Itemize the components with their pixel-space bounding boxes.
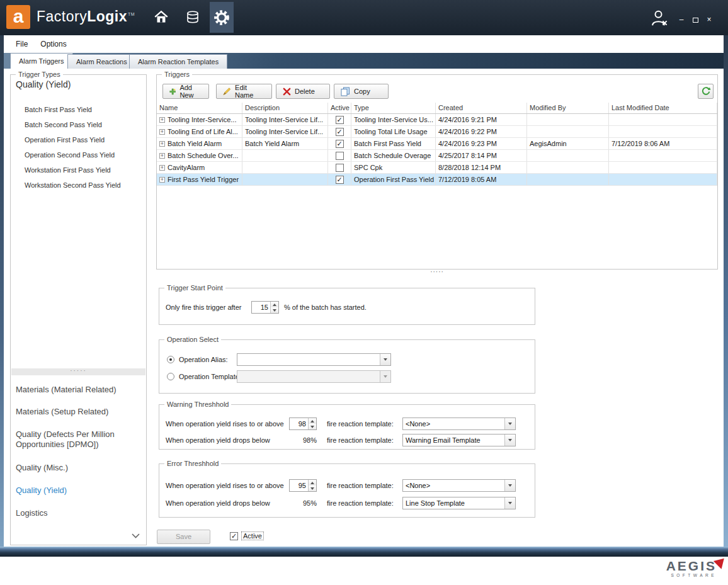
category-quality-dpmo[interactable]: Quality (Defects Per Million Opportuniti… [16,429,142,450]
error-rises-template-combo[interactable]: <None> [402,479,516,492]
row-expander-icon[interactable]: + [159,117,165,123]
settings-button[interactable] [210,2,234,33]
spin-down-button[interactable] [271,307,278,313]
trigger-type-item[interactable]: Operation Second Pass Yield [25,151,115,159]
combo-dropdown-button[interactable] [504,480,515,491]
copy-button[interactable]: Copy [334,84,389,99]
active-checkbox[interactable] [336,152,344,160]
active-checkbox-field[interactable]: ✓ Active [230,531,264,540]
column-header-name[interactable]: Name [157,103,242,113]
active-checkbox[interactable]: ✓ [336,140,344,148]
cell-modified-by [527,114,609,125]
spin-up-button[interactable] [271,302,278,307]
combo-dropdown-button[interactable] [504,418,515,429]
cell-modified-by [527,150,609,161]
table-row[interactable]: +CavityAlarm SPC Cpk 8/28/2018 12:14 PM [157,162,717,174]
refresh-button[interactable] [698,84,714,99]
warning-drops-template-combo[interactable]: Warning Email Template [402,434,516,446]
vertical-splitter[interactable]: ······ [146,297,154,324]
database-button[interactable] [184,9,202,26]
operation-template-combo [237,370,391,383]
active-checkbox[interactable] [336,164,344,172]
column-header-active[interactable]: Active [328,103,351,113]
cell-type: Tooling Inter-Service Us... [351,114,436,125]
operation-alias-combo[interactable] [237,353,391,366]
tab-alarm-triggers[interactable]: Alarm Triggers [10,53,73,69]
trigger-type-item[interactable]: Workstation Second Pass Yield [25,181,121,189]
sidebar-scroll-down-button[interactable] [132,530,140,541]
spin-down-button[interactable] [309,486,316,491]
edit-name-button[interactable]: Edit Name [216,84,272,99]
up-arrow-icon [310,420,314,423]
menu-options[interactable]: Options [35,38,72,50]
cell-name: +Tooling Inter-Service... [157,114,242,125]
column-header-created[interactable]: Created [436,103,527,113]
row-expander-icon[interactable]: + [159,129,165,135]
column-header-modified-by[interactable]: Modified By [527,103,609,113]
active-checkbox[interactable]: ✓ [336,116,344,124]
cell-text: Batch Yield Alarm [168,138,222,149]
cell-created: 4/24/2016 9:22 PM [436,126,527,137]
trigger-type-item[interactable]: Batch First Pass Yield [25,106,92,113]
warning-rises-template-combo[interactable]: <None> [402,417,516,430]
category-logistics[interactable]: Logistics [16,508,142,518]
down-arrow-icon [384,358,387,361]
cell-description: Tooling Inter-Service Lif... [242,126,328,137]
warning-fire-label: fire reaction template: [327,434,394,446]
operation-template-radio[interactable] [167,373,174,380]
title-bar: a FactoryLogixTM [0,0,728,35]
operation-select-label: Operation Select [164,336,221,343]
delete-button[interactable]: Delete [276,84,330,99]
table-row[interactable]: +Tooling End of Life Al... Tooling Inter… [157,126,717,138]
close-button[interactable]: × [704,15,714,25]
down-arrow-icon [273,309,276,312]
menu-file[interactable]: File [10,38,33,50]
trigger-type-item[interactable]: Operation First Pass Yield [25,136,105,144]
trigger-type-item[interactable]: Workstation First Pass Yield [25,166,111,174]
maximize-button[interactable] [690,15,700,25]
table-header-row: Name Description Active Type Created Mod… [157,103,717,114]
category-materials-material-related[interactable]: Materials (Material Related) [16,385,142,395]
category-quality-yield[interactable]: Quality (Yield) [16,486,142,496]
column-header-type[interactable]: Type [351,103,436,113]
operation-alias-radio[interactable] [167,356,174,363]
tab-alarm-reaction-templates[interactable]: Alarm Reaction Templates [129,54,227,69]
warning-rises-spinner[interactable]: 98 [289,417,317,430]
combo-dropdown-button [380,371,390,382]
add-new-button[interactable]: Add New [162,84,209,99]
table-row[interactable]: +Batch Schedule Over... Batch Schedule O… [157,150,717,162]
table-row[interactable]: +Batch Yield Alarm Batch Yield Alarm ✓ B… [157,138,717,150]
trigger-type-item[interactable]: Batch Second Pass Yield [25,121,102,128]
home-button[interactable] [152,9,170,26]
category-materials-setup-related[interactable]: Materials (Setup Related) [16,407,142,417]
tab-alarm-reactions[interactable]: Alarm Reactions [67,54,136,69]
combo-dropdown-button[interactable] [504,497,515,509]
active-checkbox[interactable]: ✓ [336,128,344,136]
row-expander-icon[interactable]: + [159,141,165,147]
spin-up-button[interactable] [309,418,316,424]
error-drops-template-combo[interactable]: Line Stop Template [402,497,516,509]
minimize-button[interactable]: – [676,15,686,25]
combo-dropdown-button[interactable] [504,434,515,446]
combo-dropdown-button[interactable] [380,354,390,365]
column-header-last-modified-date[interactable]: Last Modified Date [609,103,717,113]
table-row-selected[interactable]: +First Pass Yield Trigger ✓ Operation Fi… [157,174,717,186]
batch-started-percent-spinner[interactable]: 15 [251,301,279,314]
sidebar-splitter[interactable]: ····· [11,368,145,375]
row-expander-icon[interactable]: + [159,153,165,159]
active-checkbox[interactable]: ✓ [336,176,344,184]
row-expander-icon[interactable]: + [159,165,165,171]
active-checkbox[interactable]: ✓ [230,532,238,540]
table-row[interactable]: +Tooling Inter-Service... Tooling Inter-… [157,114,717,126]
spin-up-button[interactable] [309,480,316,486]
spinner-value: 95 [290,480,308,491]
row-expander-icon[interactable]: + [159,177,165,183]
save-button[interactable]: Save [157,530,210,544]
spin-down-button[interactable] [309,424,316,429]
category-quality-misc[interactable]: Quality (Misc.) [16,463,142,473]
user-logout-button[interactable] [650,9,670,28]
column-header-description[interactable]: Description [242,103,328,113]
error-rises-spinner[interactable]: 95 [289,479,317,492]
horizontal-splitter[interactable]: ····· [156,270,718,276]
cell-modified-by: AegisAdmin [527,138,609,149]
